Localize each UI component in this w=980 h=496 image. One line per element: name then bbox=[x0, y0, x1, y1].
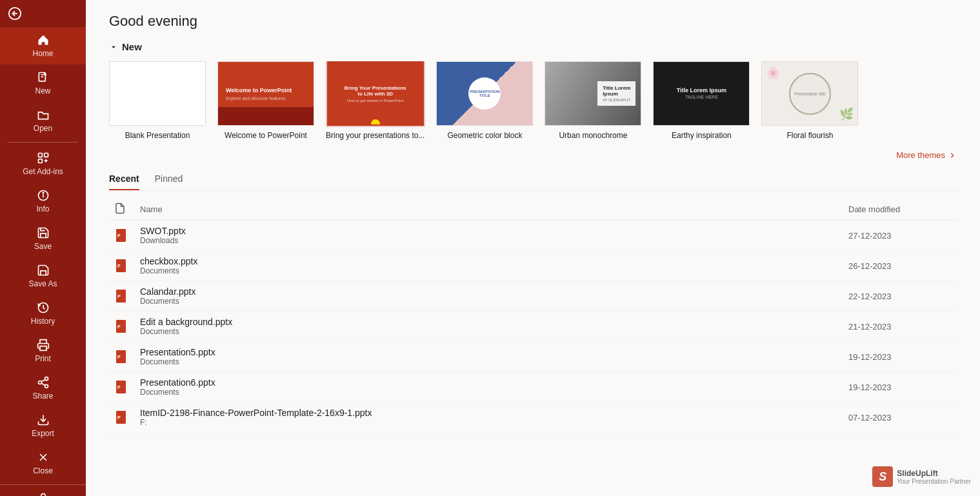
sidebar-item-share[interactable]: Share bbox=[0, 370, 86, 407]
file-location: Documents bbox=[140, 266, 848, 275]
save-as-icon bbox=[37, 264, 50, 277]
file-row[interactable]: P Edit a background.pptx Documents 21-12… bbox=[109, 312, 957, 342]
file-date: 21-12-2023 bbox=[848, 322, 952, 332]
svg-line-16 bbox=[41, 383, 45, 385]
sidebar-item-save-label: Save bbox=[34, 242, 52, 251]
sidebar-item-export-label: Export bbox=[32, 429, 54, 438]
file-row[interactable]: P ItemID-2198-Finance-PowerPoint-Templat… bbox=[109, 402, 957, 433]
sidebar-item-home[interactable]: Home bbox=[0, 27, 86, 64]
sidebar-item-info-label: Info bbox=[36, 204, 49, 213]
sidebar-item-close[interactable]: Close bbox=[0, 444, 86, 482]
template-thumb-floral: Presentation title 🌸 🌿 bbox=[761, 61, 858, 126]
sidebar: Home New Open Get Add-ins Info Save bbox=[0, 0, 86, 496]
template-thumb-earthy: Title Lorem IpsumTAGLINE HERE bbox=[653, 61, 750, 126]
svg-line-17 bbox=[41, 379, 45, 381]
file-date: 22-12-2023 bbox=[848, 292, 952, 301]
file-row[interactable]: P checkbox.pptx Documents 26-12-2023 bbox=[109, 251, 957, 281]
header-date-col: Date modified bbox=[848, 204, 952, 214]
file-location: Documents bbox=[140, 357, 848, 366]
sidebar-item-export[interactable]: Export bbox=[0, 407, 86, 444]
template-blank[interactable]: Blank Presentation bbox=[109, 61, 206, 140]
sidebar-item-save[interactable]: Save bbox=[0, 220, 86, 257]
template-urban[interactable]: Title LoremIpsum AT SLIDEUPLIT Urban mon… bbox=[545, 61, 641, 140]
file-info: Calandar.pptx Documents bbox=[140, 286, 848, 306]
svg-text:P: P bbox=[117, 355, 121, 359]
sidebar-item-share-label: Share bbox=[32, 392, 53, 401]
svg-point-14 bbox=[38, 381, 41, 384]
sidebar-item-print[interactable]: Print bbox=[0, 332, 86, 370]
template-bring-name: Bring your presentations to... bbox=[326, 131, 425, 140]
print-icon bbox=[37, 339, 50, 352]
account-icon bbox=[37, 491, 50, 496]
tab-recent[interactable]: Recent bbox=[109, 174, 139, 190]
template-geo[interactable]: PRESENTATIONTITLE Geometric color block bbox=[436, 61, 533, 140]
file-icon: P bbox=[114, 379, 140, 395]
sidebar-item-new[interactable]: New bbox=[0, 64, 86, 102]
sidebar-item-get-add-ins[interactable]: Get Add-ins bbox=[0, 145, 86, 183]
more-themes-link[interactable]: More themes bbox=[896, 150, 957, 160]
file-location: Documents bbox=[140, 388, 848, 397]
template-floral[interactable]: Presentation title 🌸 🌿 Floral flourish bbox=[761, 61, 858, 140]
file-date: 26-12-2023 bbox=[848, 261, 952, 271]
template-urban-name: Urban monochrome bbox=[559, 131, 627, 140]
file-icon: P bbox=[114, 319, 140, 334]
svg-point-10 bbox=[43, 192, 44, 193]
watermark-text: SlideUpLift Your Presentation Partner bbox=[897, 469, 971, 485]
file-row[interactable]: P Presentation6.pptx Documents 19-12-202… bbox=[109, 372, 957, 402]
svg-rect-6 bbox=[44, 154, 48, 157]
sidebar-divider-1 bbox=[8, 142, 78, 143]
file-row[interactable]: P Calandar.pptx Documents 22-12-2023 bbox=[109, 281, 957, 312]
template-earthy[interactable]: Title Lorem IpsumTAGLINE HERE Earthy ins… bbox=[653, 61, 750, 140]
sidebar-item-open[interactable]: Open bbox=[0, 102, 86, 139]
file-date: 07-12-2023 bbox=[848, 413, 952, 422]
add-ins-icon bbox=[37, 152, 50, 164]
close-icon bbox=[37, 451, 50, 464]
file-location: Downloads bbox=[140, 236, 848, 245]
file-icon: P bbox=[114, 258, 140, 273]
cursor-dot bbox=[371, 119, 380, 126]
file-icon: P bbox=[114, 228, 140, 243]
header-icon-col bbox=[114, 203, 140, 216]
template-blank-name: Blank Presentation bbox=[125, 131, 190, 140]
file-name: SWOT.pptx bbox=[140, 226, 848, 236]
template-thumb-geo: PRESENTATIONTITLE bbox=[436, 61, 533, 126]
svg-rect-7 bbox=[38, 159, 42, 163]
file-date: 27-12-2023 bbox=[848, 231, 952, 241]
template-bring[interactable]: Bring Your Presentationsto Life with 3D … bbox=[326, 61, 425, 140]
info-icon bbox=[37, 189, 50, 202]
file-row[interactable]: P SWOT.pptx Downloads 27-12-2023 bbox=[109, 221, 957, 251]
sidebar-item-save-as[interactable]: Save As bbox=[0, 257, 86, 295]
file-name: Edit a background.pptx bbox=[140, 317, 848, 327]
sidebar-item-info[interactable]: Info bbox=[0, 183, 86, 220]
svg-rect-5 bbox=[38, 154, 42, 157]
file-info: SWOT.pptx Downloads bbox=[140, 226, 848, 245]
file-info: Presentation5.pptx Documents bbox=[140, 347, 848, 366]
file-name: Presentation6.pptx bbox=[140, 377, 848, 388]
tab-pinned[interactable]: Pinned bbox=[155, 174, 183, 190]
sidebar-item-account[interactable]: Account bbox=[0, 485, 86, 496]
template-thumb-urban: Title LoremIpsum AT SLIDEUPLIT bbox=[545, 61, 641, 126]
file-list-header: Name Date modified bbox=[109, 199, 957, 221]
file-info: Presentation6.pptx Documents bbox=[140, 377, 848, 397]
svg-rect-12 bbox=[40, 346, 46, 351]
template-earthy-name: Earthy inspiration bbox=[672, 131, 732, 140]
template-welcome[interactable]: Welcome to PowerPoint Explore and discov… bbox=[217, 61, 314, 140]
open-icon bbox=[37, 108, 50, 121]
file-date: 19-12-2023 bbox=[848, 352, 952, 362]
file-rows-container: P SWOT.pptx Downloads 27-12-2023 P check… bbox=[109, 221, 957, 433]
watermark-brand: SlideUpLift bbox=[897, 469, 971, 478]
svg-text:P: P bbox=[117, 294, 121, 299]
svg-point-21 bbox=[41, 493, 45, 496]
template-floral-name: Floral flourish bbox=[786, 131, 833, 140]
file-icon: P bbox=[114, 410, 140, 425]
history-icon bbox=[37, 301, 50, 314]
file-row[interactable]: P Presentation5.pptx Documents 19-12-202… bbox=[109, 342, 957, 372]
sidebar-item-open-label: Open bbox=[34, 124, 52, 133]
home-icon bbox=[37, 34, 50, 46]
sidebar-item-new-label: New bbox=[35, 86, 50, 95]
template-gallery: Blank Presentation Welcome to PowerPoint… bbox=[109, 61, 957, 143]
sidebar-item-history[interactable]: History bbox=[0, 295, 86, 332]
back-button[interactable] bbox=[0, 0, 86, 27]
export-icon bbox=[37, 413, 50, 426]
new-section-toggle[interactable]: New bbox=[109, 41, 957, 52]
